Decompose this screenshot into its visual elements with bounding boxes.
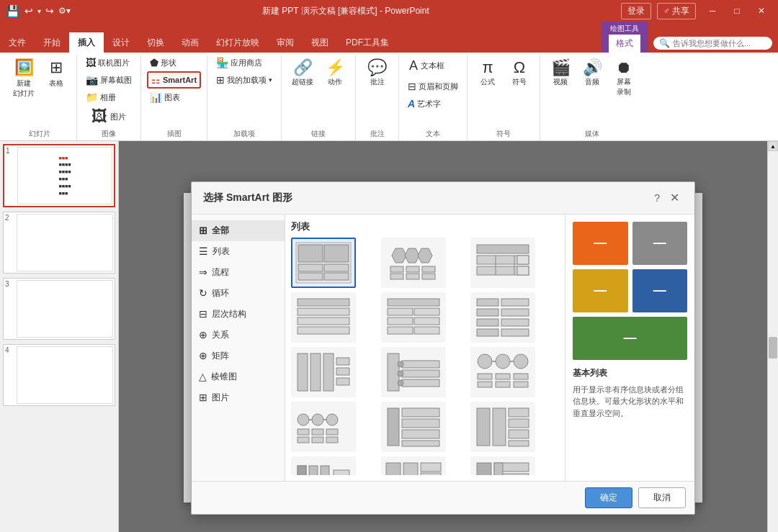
header-footer-button[interactable]: ⊟ 页眉和页脚 xyxy=(405,79,461,94)
svg-rect-78 xyxy=(402,408,439,417)
ribbon: 文件 开始 插入 设计 切换 动画 幻灯片放映 审阅 视图 PDF工具集 绘图工… xyxy=(0,22,778,141)
tab-file[interactable]: 文件 xyxy=(0,32,35,53)
undo-icon[interactable]: ↩ xyxy=(24,5,33,17)
category-all[interactable]: ⊞ 全部 xyxy=(192,220,285,241)
addins-group-label: 加载项 xyxy=(233,129,255,140)
tab-review[interactable]: 审阅 xyxy=(268,32,303,53)
tab-insert[interactable]: 插入 xyxy=(69,32,104,53)
slide-thumb-3[interactable]: 3 xyxy=(3,278,115,340)
smartart-item-2[interactable] xyxy=(381,238,446,288)
save-icon[interactable]: 💾 xyxy=(6,4,20,18)
wordart-button[interactable]: A 艺术字 xyxy=(405,96,444,111)
audio-button[interactable]: 🔊 音频 xyxy=(578,55,607,90)
drawing-tools-label: 绘图工具 xyxy=(602,23,648,35)
slide-thumb-4[interactable]: 4 xyxy=(3,344,115,406)
text-items: A 文本框 ⊟ 页眉和页脚 A 艺术字 xyxy=(405,55,461,129)
share-button[interactable]: ♂ 共享 xyxy=(657,3,696,19)
svg-point-56 xyxy=(496,354,510,369)
scroll-thumb[interactable] xyxy=(769,337,777,359)
category-matrix[interactable]: ⊕ 矩阵 xyxy=(192,346,285,366)
illustrations-group-label: 插图 xyxy=(167,129,182,140)
photo-button[interactable]: 🖼 图片 xyxy=(87,104,130,129)
svg-rect-92 xyxy=(321,466,329,475)
app-store-button[interactable]: 🏪 应用商店 xyxy=(213,55,265,70)
category-list-item[interactable]: ☰ 列表 xyxy=(192,241,285,262)
screen-record-button[interactable]: ⏺ 屏幕 录制 xyxy=(609,55,638,100)
hierarchy-icon: ⊟ xyxy=(199,308,207,320)
symbol-button[interactable]: Ω 符号 xyxy=(505,55,534,90)
smartart-item-6[interactable] xyxy=(470,292,535,343)
smartart-item-10[interactable] xyxy=(291,402,356,452)
svg-marker-8 xyxy=(405,248,419,263)
smartart-item-11[interactable] xyxy=(381,402,446,452)
title-bar-title: 新建 PPT 演示文稿 [兼容模式] - PowerPoint xyxy=(71,5,621,17)
svg-rect-74 xyxy=(298,437,309,443)
dialog-close-button[interactable]: ✕ xyxy=(666,189,683,207)
svg-rect-12 xyxy=(406,266,419,272)
dialog-help-button[interactable]: ? xyxy=(654,192,660,204)
smartart-button[interactable]: ⚏ SmartArt xyxy=(147,71,201,89)
close-button[interactable]: ✕ xyxy=(751,4,772,18)
my-addins-button[interactable]: ⊞ 我的加载项 ▾ xyxy=(213,73,275,87)
smartart-item-4[interactable] xyxy=(291,292,356,343)
screenshot-button[interactable]: 📷 屏幕截图 xyxy=(83,73,135,87)
shapes-button[interactable]: ⬟ 形状 xyxy=(147,55,201,70)
category-pyramid[interactable]: △ 棱锥图 xyxy=(192,366,285,387)
tab-view[interactable]: 视图 xyxy=(303,32,337,53)
minimize-button[interactable]: ─ xyxy=(702,4,723,18)
ok-button[interactable]: 确定 xyxy=(585,487,632,508)
customize-icon[interactable]: ⚙▾ xyxy=(58,6,71,16)
tab-animation[interactable]: 动画 xyxy=(173,32,207,53)
category-picture[interactable]: ⊞ 图片 xyxy=(192,387,285,408)
smartart-item-15[interactable] xyxy=(470,456,535,475)
undo-dropdown-icon[interactable]: ▾ xyxy=(37,7,41,15)
smartart-item-1[interactable] xyxy=(291,238,356,288)
maximize-button[interactable]: □ xyxy=(726,4,748,18)
smartart-item-14[interactable] xyxy=(381,456,446,475)
comment-button[interactable]: 💬 批注 xyxy=(363,55,392,90)
action-button[interactable]: ⚡ 动作 xyxy=(321,55,349,90)
svg-rect-86 xyxy=(509,430,529,438)
hyperlink-button[interactable]: 🔗 超链接 xyxy=(287,55,318,90)
smartart-item-3[interactable] xyxy=(470,238,535,288)
svg-rect-75 xyxy=(312,437,323,443)
smartart-item-5[interactable] xyxy=(381,292,446,343)
svg-rect-43 xyxy=(310,353,321,391)
redo-icon[interactable]: ↪ xyxy=(45,5,54,17)
tab-slideshow[interactable]: 幻灯片放映 xyxy=(207,32,268,53)
video-button[interactable]: 🎬 视频 xyxy=(546,55,575,90)
category-hierarchy[interactable]: ⊟ 层次结构 xyxy=(192,304,285,325)
tab-transition[interactable]: 切换 xyxy=(138,32,173,53)
cancel-button[interactable]: 取消 xyxy=(638,487,686,508)
category-cycle[interactable]: ↻ 循环 xyxy=(192,283,285,304)
table-button[interactable]: ⊞ 表格 xyxy=(42,55,71,91)
smartart-item-12[interactable] xyxy=(470,402,535,452)
smartart-item-13[interactable] xyxy=(291,456,356,475)
chart-button[interactable]: 📊 图表 xyxy=(147,90,201,104)
smartart-item-8[interactable] xyxy=(381,347,446,397)
new-slide-button[interactable]: 🖼️ 新建 幻灯片 xyxy=(9,55,39,102)
illustrations-items: ⬟ 形状 ⚏ SmartArt 📊 图表 xyxy=(147,55,201,129)
category-relationship[interactable]: ⊕ 关系 xyxy=(192,325,285,346)
tab-pdf[interactable]: PDF工具集 xyxy=(337,32,398,53)
login-button[interactable]: 登录 xyxy=(621,3,651,19)
search-input[interactable] xyxy=(673,39,766,48)
formula-button[interactable]: π 公式 xyxy=(473,55,502,90)
tab-design[interactable]: 设计 xyxy=(104,32,138,53)
smartart-grid-area: 列表 xyxy=(285,215,565,481)
smartart-item-7[interactable] xyxy=(291,347,356,397)
album-button[interactable]: 📁 相册 xyxy=(83,90,119,104)
tab-home[interactable]: 开始 xyxy=(35,32,69,53)
description-text: 用于显示非有序信息块或者分组信息块。可最大化形状的水平和垂直显示空间。 xyxy=(573,384,687,420)
slide-thumb-1[interactable]: 1 ■■■ ■■■■ ■■■■ ■■■ ■■■■ ■■■ xyxy=(3,144,115,207)
category-process[interactable]: ⇒ 流程 xyxy=(192,262,285,283)
textbox-button[interactable]: A 文本框 xyxy=(405,55,449,76)
slide-thumb-2[interactable]: 2 xyxy=(3,212,115,274)
text-group-label: 文本 xyxy=(426,129,440,140)
online-photo-button[interactable]: 🖼 联机图片 xyxy=(83,55,133,70)
tab-format[interactable]: 格式 xyxy=(609,35,640,53)
smartart-item-9[interactable] xyxy=(470,347,535,397)
scroll-up-arrow[interactable]: ▲ xyxy=(768,141,778,151)
smartart-dialog: 选择 SmartArt 图形 ? ✕ ⊞ 全部 ☰ xyxy=(191,181,695,515)
window-controls: ─ □ ✕ xyxy=(702,4,772,18)
